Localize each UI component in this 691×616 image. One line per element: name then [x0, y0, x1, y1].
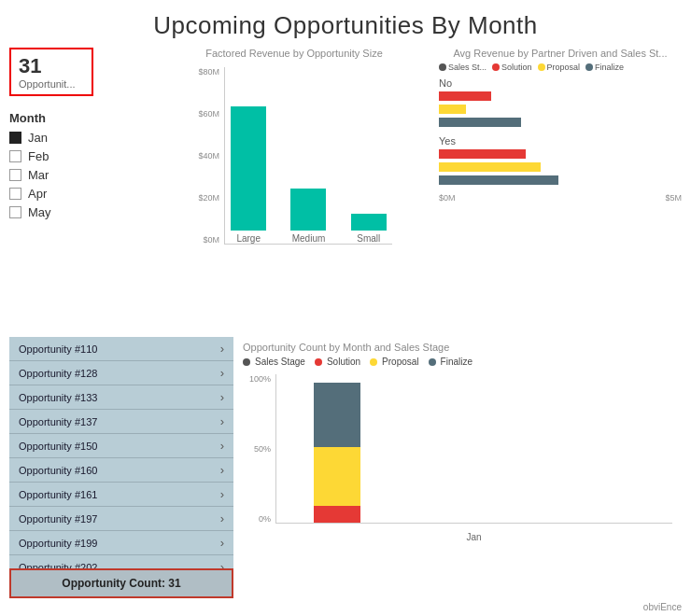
stacked-x-labels: Jan — [275, 532, 672, 542]
left-panel: 31 Opportunit... Month JanFebMarAprMay — [9, 48, 159, 337]
legend-dot — [429, 358, 436, 366]
list-item-label: Opportunity #160 — [19, 465, 97, 476]
hbar-row — [439, 148, 682, 160]
legend-item: Sales St... — [439, 63, 487, 72]
y-axis-labels: $80M$60M$40M$20M$0M — [191, 67, 222, 245]
filter-item-feb[interactable]: Feb — [9, 149, 159, 163]
filter-item-may[interactable]: May — [9, 205, 159, 219]
bar-rect — [290, 189, 326, 231]
list-chevron-icon: › — [220, 390, 224, 404]
legend-label: Finalize — [595, 63, 624, 72]
stacked-segment — [314, 447, 360, 506]
hbar-segment — [439, 105, 466, 114]
opportunity-list: Opportunity #110›Opportunity #128›Opport… — [9, 337, 233, 598]
hbar-row — [439, 175, 682, 186]
bottom-section: Opportunity #110›Opportunity #128›Opport… — [0, 337, 691, 598]
list-chevron-icon: › — [220, 414, 224, 428]
x-axis-hbar: $0M$5M — [439, 193, 682, 203]
legend-item: Solution — [492, 63, 532, 72]
list-footer: Opportunity Count: 31 — [9, 568, 233, 598]
legend-dot — [585, 63, 593, 71]
list-item[interactable]: Opportunity #133› — [9, 385, 233, 410]
list-item[interactable]: Opportunity #137› — [9, 410, 233, 434]
hbar-group: Yes — [439, 135, 682, 186]
legend-item: Finalize — [585, 63, 624, 72]
hbar-row — [439, 161, 682, 173]
avg-revenue-title: Avg Revenue by Partner Driven and Sales … — [439, 48, 682, 59]
hbar-groups: NoYes — [439, 77, 682, 186]
list-item[interactable]: Opportunity #110› — [9, 337, 233, 361]
filter-checkbox[interactable] — [9, 132, 21, 144]
hbar-segment — [439, 175, 558, 185]
page-title: Upcoming Opportunities By Month — [0, 0, 691, 48]
bar-col: Small — [346, 214, 392, 244]
legend-dot — [492, 63, 500, 71]
stacked-col — [314, 383, 360, 523]
kpi-number: 31 — [19, 54, 84, 78]
stacked-legend-item: Finalize — [429, 357, 472, 367]
list-item-label: Opportunity #137 — [19, 416, 97, 427]
bar-rect — [351, 214, 387, 231]
hbar-segment — [439, 91, 491, 101]
stacked-x-label: Jan — [466, 532, 481, 542]
filter-checkbox[interactable] — [9, 169, 21, 181]
stacked-segment — [314, 506, 360, 523]
legend-item: Proposal — [538, 63, 581, 72]
list-item[interactable]: Opportunity #161› — [9, 483, 233, 507]
list-item[interactable]: Opportunity #160› — [9, 458, 233, 483]
legend-label: Finalize — [441, 357, 472, 367]
bar-rect — [231, 106, 266, 231]
filter-checkbox[interactable] — [9, 206, 21, 218]
bar-col-label: Medium — [292, 233, 326, 244]
stacked-chart-area: Opportunity Count by Month and Sales Sta… — [233, 337, 682, 598]
legend-dot — [315, 358, 322, 366]
list-chevron-icon: › — [220, 366, 224, 380]
filter-item-label: Apr — [28, 187, 47, 201]
stacked-legend-item: Proposal — [370, 357, 418, 367]
list-item-label: Opportunity #197 — [19, 513, 97, 525]
legend-dot — [439, 63, 446, 71]
bar-chart-area: $80M$60M$40M$20M$0M LargeMediumSmall — [191, 63, 397, 268]
bar-col-label: Large — [236, 233, 261, 244]
hbar-segment — [439, 162, 541, 172]
filter-checkbox[interactable] — [9, 150, 21, 162]
stacked-chart-title: Opportunity Count by Month and Sales Sta… — [243, 342, 672, 353]
list-chevron-icon: › — [220, 342, 224, 356]
hbar-row — [439, 117, 682, 128]
hbar-group-label: Yes — [439, 135, 682, 147]
hbar-group: No — [439, 77, 682, 128]
stacked-bars — [275, 374, 672, 524]
list-item[interactable]: Opportunity #197› — [9, 507, 233, 531]
stacked-segment — [314, 383, 360, 447]
legend-label: Sales St... — [448, 63, 487, 72]
bar-col: Large — [225, 106, 272, 244]
list-chevron-icon: › — [220, 536, 224, 550]
branding: obviEnce — [643, 602, 682, 612]
hbar-row — [439, 91, 682, 102]
legend-label: Sales Stage — [255, 357, 305, 367]
hbar-segment — [439, 149, 526, 159]
factored-revenue-title: Factored Revenue by Opportunity Size — [159, 48, 430, 59]
list-item[interactable]: Opportunity #150› — [9, 434, 233, 458]
factored-revenue-chart: Factored Revenue by Opportunity Size $80… — [159, 48, 430, 337]
filter-item-apr[interactable]: Apr — [9, 187, 159, 201]
list-item-label: Opportunity #110 — [19, 343, 97, 355]
list-item[interactable]: Opportunity #199› — [9, 531, 233, 555]
filter-item-label: Feb — [28, 149, 49, 163]
hbar-segment — [439, 118, 521, 127]
stacked-bar-wrapper: 100%50%0% Jan — [243, 374, 672, 542]
stacked-y-axis: 100%50%0% — [243, 374, 274, 524]
list-chevron-icon: › — [220, 463, 224, 477]
filter-items: JanFebMarAprMay — [9, 131, 159, 219]
filter-item-jan[interactable]: Jan — [9, 131, 159, 145]
kpi-card: 31 Opportunit... — [9, 48, 93, 96]
filter-item-mar[interactable]: Mar — [9, 168, 159, 182]
stacked-legend: Sales StageSolutionProposalFinalize — [243, 357, 672, 367]
legend-label: Solution — [327, 357, 360, 367]
charts-right: Factored Revenue by Opportunity Size $80… — [159, 48, 682, 337]
top-section: 31 Opportunit... Month JanFebMarAprMay F… — [0, 48, 691, 337]
list-item-label: Opportunity #199 — [19, 538, 97, 549]
filter-item-label: Mar — [28, 168, 49, 182]
filter-checkbox[interactable] — [9, 188, 21, 200]
list-item[interactable]: Opportunity #128› — [9, 361, 233, 385]
